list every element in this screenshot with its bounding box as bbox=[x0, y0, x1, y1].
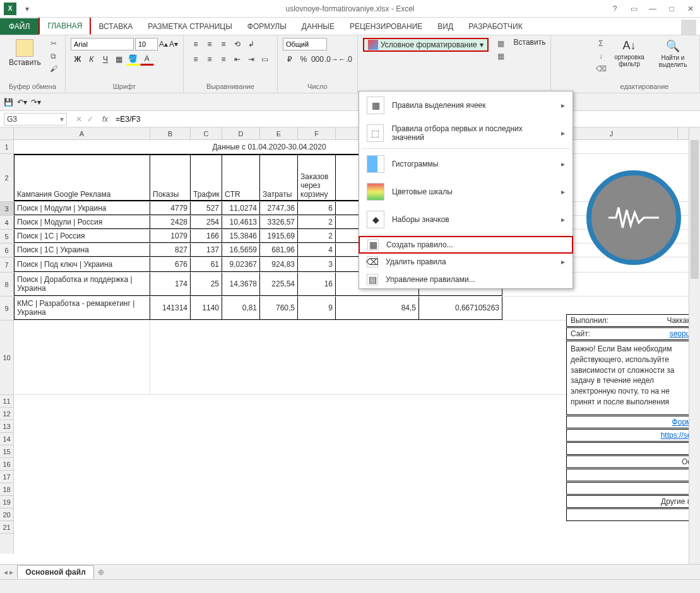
table-header[interactable]: Затраты bbox=[260, 154, 298, 201]
cf-manage-rules[interactable]: ▤ Управление правилами... bbox=[359, 271, 572, 288]
table-header[interactable]: Кампания Google Реклама bbox=[14, 154, 150, 201]
cell[interactable]: 9,02367 bbox=[222, 257, 260, 272]
user-avatar[interactable] bbox=[681, 20, 696, 35]
cell[interactable]: 827 bbox=[150, 244, 191, 257]
side-empty[interactable] bbox=[566, 508, 700, 521]
cell[interactable]: Поиск | Модули | Украина bbox=[14, 202, 150, 215]
sort-filter-button[interactable]: A↓ ортировка фильтр bbox=[610, 38, 649, 69]
align-top-icon[interactable]: ≡ bbox=[189, 38, 203, 50]
clear-icon[interactable]: ⌫ bbox=[595, 63, 607, 74]
copy-icon[interactable]: ⧉ bbox=[47, 50, 60, 62]
table-header[interactable]: Заказов через корзину bbox=[298, 154, 336, 201]
underline-button[interactable]: Ч bbox=[98, 53, 112, 66]
row-header[interactable]: 21 bbox=[0, 521, 13, 534]
cell[interactable]: 61 bbox=[191, 257, 222, 272]
cut-icon[interactable]: ✂ bbox=[47, 38, 60, 49]
side-form[interactable]: Форма bbox=[566, 416, 700, 428]
cell[interactable]: 14,3678 bbox=[222, 273, 260, 296]
col-header[interactable]: C bbox=[191, 127, 222, 139]
conditional-formatting-button[interactable]: Условное форматирование ▾ bbox=[363, 38, 489, 52]
increase-font-icon[interactable]: A▴ bbox=[159, 40, 168, 49]
cell[interactable]: 166 bbox=[191, 230, 222, 243]
cell[interactable]: 676 bbox=[150, 257, 191, 272]
format-as-table-icon[interactable]: ▦ bbox=[495, 38, 507, 49]
tab-layout[interactable]: РАЗМЕТКА СТРАНИЦЫ bbox=[140, 18, 240, 35]
cell[interactable]: 0,667105263 bbox=[419, 296, 502, 320]
table-header[interactable]: Трафик bbox=[191, 154, 222, 201]
cell[interactable]: 1915,69 bbox=[260, 230, 298, 243]
cf-new-rule[interactable]: ▦ Создать правило... bbox=[359, 236, 573, 254]
tab-insert[interactable]: ВСТАВКА bbox=[91, 18, 140, 35]
table-header[interactable]: Показы bbox=[150, 154, 191, 201]
currency-icon[interactable]: ₽ bbox=[283, 53, 297, 66]
align-bottom-icon[interactable]: ≡ bbox=[217, 38, 230, 50]
bold-button[interactable]: Ж bbox=[71, 53, 85, 66]
help-icon[interactable]: ? bbox=[605, 1, 624, 16]
table-header[interactable]: CTR bbox=[222, 154, 260, 201]
row-header[interactable]: 2 bbox=[0, 154, 13, 202]
cell[interactable]: 924,83 bbox=[260, 257, 298, 272]
align-center-icon[interactable]: ≡ bbox=[203, 53, 217, 66]
insert-cells-label[interactable]: Вставить bbox=[514, 38, 546, 47]
vertical-scrollbar[interactable] bbox=[689, 127, 700, 564]
name-box[interactable]: G3▾ bbox=[4, 113, 67, 126]
scrollbar-thumb[interactable] bbox=[691, 140, 699, 279]
cell[interactable]: 225,54 bbox=[260, 273, 298, 296]
cell[interactable]: 254 bbox=[191, 216, 222, 229]
side-other[interactable]: Другие по bbox=[566, 495, 700, 508]
font-size-select[interactable] bbox=[135, 38, 158, 50]
cell[interactable]: 16,5659 bbox=[222, 244, 260, 257]
number-format-select[interactable] bbox=[283, 38, 327, 50]
minimize-icon[interactable]: — bbox=[643, 1, 662, 16]
comma-icon[interactable]: 000 bbox=[311, 53, 324, 66]
cancel-icon[interactable]: ✕ bbox=[76, 115, 82, 124]
side-empty[interactable] bbox=[566, 442, 700, 455]
cell-styles-icon[interactable]: ▦ bbox=[495, 50, 507, 62]
cell[interactable]: 1079 bbox=[150, 230, 191, 243]
cell[interactable]: 9 bbox=[298, 296, 336, 320]
cell[interactable]: 25 bbox=[191, 273, 222, 296]
col-header[interactable]: B bbox=[150, 127, 191, 139]
tab-file[interactable]: ФАЙЛ bbox=[0, 18, 39, 35]
align-right-icon[interactable]: ≡ bbox=[217, 53, 230, 66]
tab-home[interactable]: ГЛАВНАЯ bbox=[39, 16, 91, 35]
row-header[interactable]: 4 bbox=[0, 216, 13, 230]
row-header[interactable]: 8 bbox=[0, 273, 13, 296]
tab-nav-buttons[interactable]: ◂ ▸ bbox=[4, 568, 13, 577]
cell[interactable]: 10,4613 bbox=[222, 216, 260, 229]
cell[interactable]: Поиск | 1С | Украина bbox=[14, 244, 150, 257]
col-header[interactable]: E bbox=[260, 127, 298, 139]
maximize-icon[interactable]: □ bbox=[662, 1, 681, 16]
dec-decimal-icon[interactable]: ←.0 bbox=[338, 53, 352, 66]
row-header[interactable]: 9 bbox=[0, 296, 13, 320]
save-icon[interactable]: 💾 bbox=[4, 98, 13, 107]
fill-icon[interactable]: ↓ bbox=[595, 50, 607, 62]
row-header[interactable]: 13 bbox=[0, 420, 13, 433]
italic-button[interactable]: К bbox=[85, 53, 98, 66]
cell[interactable]: 174 bbox=[150, 273, 191, 296]
inc-decimal-icon[interactable]: .0→ bbox=[324, 53, 338, 66]
cell[interactable]: 2 bbox=[298, 230, 336, 243]
col-header[interactable]: D bbox=[222, 127, 260, 139]
cell[interactable]: 84,5 bbox=[336, 296, 419, 320]
row-header[interactable]: 10 bbox=[0, 320, 13, 395]
side-site[interactable]: Сайт: seopuls bbox=[566, 327, 700, 340]
tab-data[interactable]: ДАННЫЕ bbox=[294, 18, 342, 35]
cell[interactable]: Поиск | 1С | Россия bbox=[14, 230, 150, 243]
row-header[interactable]: 7 bbox=[0, 257, 13, 273]
row-header[interactable]: 14 bbox=[0, 433, 13, 445]
cell[interactable]: 3 bbox=[298, 257, 336, 272]
row-header[interactable]: 17 bbox=[0, 471, 13, 483]
row-header[interactable]: 18 bbox=[0, 483, 13, 496]
enter-icon[interactable]: ✓ bbox=[87, 115, 93, 124]
cell[interactable]: 4 bbox=[298, 244, 336, 257]
row-header[interactable]: 6 bbox=[0, 244, 13, 257]
cf-icon-sets[interactable]: ◆ Наборы значков ▸ bbox=[359, 206, 572, 233]
side-empty[interactable] bbox=[566, 469, 700, 481]
cf-top-bottom-rules[interactable]: ⬚ Правила отбора первых и последних знач… bbox=[359, 119, 572, 147]
percent-icon[interactable]: % bbox=[297, 53, 311, 66]
cell[interactable]: 4779 bbox=[150, 202, 191, 215]
align-middle-icon[interactable]: ≡ bbox=[203, 38, 217, 50]
row-header[interactable]: 15 bbox=[0, 445, 13, 458]
tab-developer[interactable]: РАЗРАБОТЧИК bbox=[461, 18, 530, 35]
